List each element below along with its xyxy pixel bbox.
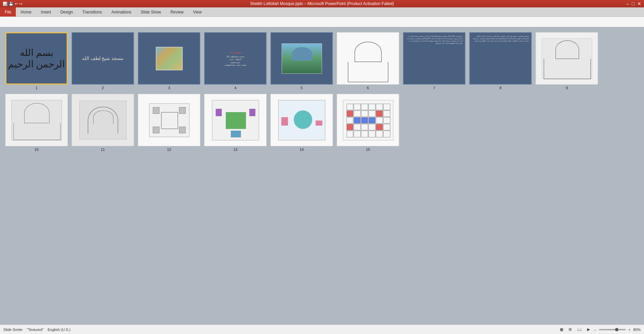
slideshow-btn[interactable]: ▶: [586, 327, 591, 332]
slide-item-5[interactable]: 5: [271, 32, 333, 90]
tab-home[interactable]: Home: [16, 7, 36, 16]
quick-save[interactable]: 💾: [9, 2, 13, 6]
tab-transitions[interactable]: Transitions: [78, 7, 107, 16]
tab-slideshow[interactable]: Slide Show: [136, 7, 166, 16]
slide-item-6[interactable]: 6: [337, 32, 399, 90]
slide-item-11[interactable]: 11: [72, 94, 134, 152]
slide-thumb-7[interactable]: از معماری شگفت‌انگیز مسجد شیخ لطف‌الله ک…: [403, 32, 465, 85]
slide-number-2: 2: [102, 86, 104, 90]
quick-redo[interactable]: ↪: [19, 2, 22, 6]
quick-undo[interactable]: ↩: [15, 2, 18, 6]
slide-sorter-btn[interactable]: ⊞: [567, 327, 573, 332]
slide-thumb-3[interactable]: [138, 32, 200, 85]
normal-view-btn[interactable]: ▦: [559, 327, 565, 332]
slide14-plan: [278, 100, 325, 140]
title-bar: 📊 💾 ↩ ↪ Sheikh Lotfollah Mosque.pptx – M…: [0, 0, 644, 7]
slide3-photo: [156, 47, 183, 70]
slide-number-9: 9: [566, 86, 568, 90]
title-bar-controls: – □ ✕: [627, 1, 641, 6]
slide-item-14[interactable]: 14: [271, 94, 333, 152]
slide-thumb-13[interactable]: [204, 94, 266, 146]
slide-thumb-2[interactable]: مسجد شیخ لطف الله: [72, 32, 134, 85]
slide-thumb-1[interactable]: بسم اللهالرحمن الرحيم: [5, 32, 68, 85]
slide4-title: معرفی به: [229, 51, 242, 54]
slide-item-12[interactable]: 12: [138, 94, 200, 152]
slide-number-5: 5: [300, 86, 302, 90]
status-bar: Slide Sorter "Textured" English (U.S.) ▦…: [0, 325, 644, 334]
slide5-photo: [282, 43, 322, 74]
slide-item-15[interactable]: 15: [337, 94, 399, 152]
slide15-plan: [343, 100, 393, 140]
slide7-text: از معماری شگفت‌انگیز مسجد شیخ لطف‌الله ک…: [406, 35, 463, 44]
reading-view-btn[interactable]: 📖: [576, 327, 583, 332]
slide-item-2[interactable]: مسجد شیخ لطف الله 2: [72, 32, 134, 90]
tab-animations[interactable]: Animations: [107, 7, 136, 16]
slide-number-8: 8: [499, 86, 501, 90]
slide1-content: بسم اللهالرحمن الرحيم: [8, 47, 65, 70]
slide-number-1: 1: [35, 86, 37, 90]
tab-view[interactable]: View: [188, 7, 207, 16]
ribbon-tabs: File Home Insert Design Transitions Anim…: [0, 7, 644, 17]
slide-thumb-14[interactable]: [271, 94, 333, 146]
language-label: English (U.S.): [47, 328, 70, 332]
maximize-btn[interactable]: □: [632, 1, 635, 6]
tab-review[interactable]: Review: [166, 7, 188, 16]
slide-item-3[interactable]: 3: [138, 32, 200, 90]
minimize-btn[interactable]: –: [627, 1, 629, 6]
slide11-drawing: [79, 101, 127, 139]
theme-label: "Textured": [27, 328, 43, 332]
tab-insert[interactable]: Insert: [36, 7, 56, 16]
close-btn[interactable]: ✕: [637, 1, 641, 6]
zoom-slider[interactable]: [599, 329, 626, 330]
tab-design[interactable]: Design: [56, 7, 77, 16]
slide-item-13[interactable]: 13: [204, 94, 266, 152]
slide-thumb-6[interactable]: [337, 32, 399, 85]
slide-number-12: 12: [167, 147, 171, 152]
zoom-in-btn[interactable]: +: [629, 328, 631, 332]
slide13-plan: [212, 100, 259, 140]
slide6-drawing: [345, 38, 392, 79]
slide-thumb-10[interactable]: [5, 94, 68, 146]
zoom-out-btn[interactable]: –: [594, 328, 596, 332]
slide9-drawing: [542, 38, 592, 79]
slide-item-8[interactable]: معماری اسلامی در اوج خود در این بنا تجلی…: [469, 32, 532, 90]
slide-item-9[interactable]: 9: [536, 32, 598, 90]
slide-item-10[interactable]: 10: [5, 94, 68, 152]
slide-thumb-11[interactable]: [72, 94, 134, 146]
slide-number-11: 11: [101, 147, 105, 152]
slide-thumb-5[interactable]: [271, 32, 333, 85]
slide-thumb-4[interactable]: معرفی به مسجد شیخ لطف اللهاصفهان - ایران…: [204, 32, 266, 85]
zoom-level: 80%: [633, 328, 641, 332]
slide4-text: مسجد شیخ لطف اللهاصفهان - ایراندوره صفوی…: [224, 55, 247, 67]
slide-number-10: 10: [34, 147, 38, 152]
slide-number-7: 7: [433, 86, 435, 90]
slide-thumb-12[interactable]: [138, 94, 200, 146]
slide-sorter-label: Slide Sorter: [3, 328, 23, 332]
slide-number-13: 13: [233, 147, 237, 152]
title-bar-left: 📊 💾 ↩ ↪: [3, 2, 22, 6]
slide8-text: معماری اسلامی در اوج خود در این بنا تجلی…: [472, 35, 529, 42]
slide-item-7[interactable]: از معماری شگفت‌انگیز مسجد شیخ لطف‌الله ک…: [403, 32, 465, 90]
slide-number-14: 14: [299, 147, 303, 152]
status-left: Slide Sorter "Textured" English (U.S.): [3, 328, 70, 332]
slide-number-6: 6: [367, 86, 369, 90]
status-right: ▦ ⊞ 📖 ▶ – + 80%: [559, 327, 641, 332]
slide-item-4[interactable]: معرفی به مسجد شیخ لطف اللهاصفهان - ایران…: [204, 32, 266, 90]
slide-item-1[interactable]: بسم اللهالرحمن الرحيم 1: [5, 32, 68, 90]
slide-thumb-15[interactable]: [337, 94, 399, 146]
zoom-slider-thumb: [615, 328, 618, 331]
slide-thumb-9[interactable]: [536, 32, 598, 85]
ribbon-content: [0, 17, 644, 27]
slide-number-4: 4: [234, 86, 236, 90]
slide2-content: مسجد شیخ لطف الله: [82, 56, 123, 61]
tab-file[interactable]: File: [0, 7, 16, 16]
slide-number-15: 15: [366, 147, 370, 152]
slide10-drawing: [11, 100, 62, 140]
main-content: بسم اللهالرحمن الرحيم 1 مسجد شیخ لطف الل…: [0, 27, 644, 325]
app-icon: 📊: [3, 2, 7, 6]
slide-number-3: 3: [168, 86, 170, 90]
slide-thumb-8[interactable]: معماری اسلامی در اوج خود در این بنا تجلی…: [469, 32, 532, 85]
window-title: Sheikh Lotfollah Mosque.pptx – Microsoft…: [250, 1, 394, 6]
slide12-plan: [149, 103, 189, 137]
slide-grid: بسم اللهالرحمن الرحيم 1 مسجد شیخ لطف الل…: [5, 32, 639, 152]
